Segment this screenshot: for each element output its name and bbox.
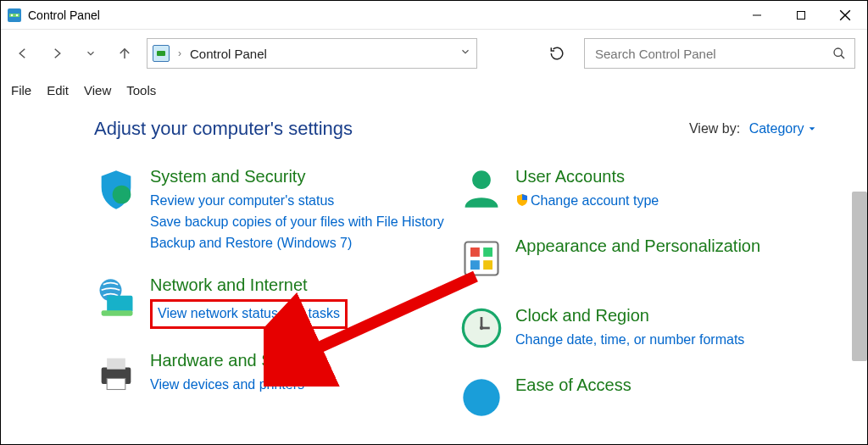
breadcrumb-item[interactable]: Control Panel (190, 47, 267, 61)
shield-icon (94, 165, 138, 253)
category-title[interactable]: Hardware and Sound (150, 349, 451, 371)
control-panel-icon (8, 8, 21, 22)
svg-point-12 (113, 186, 131, 204)
category-title[interactable]: System and Security (150, 165, 451, 187)
close-button[interactable] (823, 1, 867, 30)
printer-icon (94, 349, 138, 398)
menubar: File Edit View Tools (1, 77, 867, 103)
svg-line-10 (841, 55, 844, 58)
svg-rect-5 (798, 11, 805, 19)
scrollbar-thumb[interactable] (852, 192, 867, 361)
svg-rect-21 (470, 248, 480, 257)
svg-rect-15 (102, 311, 133, 317)
link-file-history[interactable]: Save backup copies of your files with Fi… (150, 214, 444, 229)
ease-of-access-icon (459, 374, 504, 423)
svg-point-19 (472, 170, 491, 189)
view-by-label: View by: (689, 121, 740, 136)
link-change-account-type[interactable]: Change account type (531, 193, 659, 208)
svg-point-28 (480, 326, 483, 330)
titlebar: Control Panel (1, 1, 867, 30)
page-title: Adjust your computer's settings (94, 118, 353, 140)
link-devices-printers[interactable]: View devices and printers (150, 377, 304, 392)
category-title[interactable]: Network and Internet (150, 274, 451, 296)
menu-file[interactable]: File (11, 83, 31, 97)
refresh-button[interactable] (542, 38, 572, 69)
category-title[interactable]: Ease of Access (515, 374, 816, 396)
svg-rect-23 (470, 260, 480, 270)
svg-point-9 (834, 48, 842, 56)
category-title[interactable]: User Accounts (515, 165, 816, 187)
breadcrumb-separator-icon: › (175, 47, 185, 59)
menu-tools[interactable]: Tools (126, 83, 156, 97)
search-input[interactable] (593, 46, 832, 62)
category-hardware-sound: Hardware and Sound View devices and prin… (94, 349, 451, 398)
category-ease-of-access: Ease of Access (459, 374, 816, 423)
svg-point-29 (463, 379, 499, 415)
forward-button[interactable] (42, 38, 72, 69)
svg-rect-20 (465, 242, 498, 275)
back-button[interactable] (8, 38, 38, 69)
window: Control Panel › Control Panel File Edit … (0, 0, 868, 445)
svg-rect-17 (107, 359, 125, 370)
svg-rect-14 (107, 296, 132, 313)
svg-point-2 (11, 14, 14, 16)
toolbar: › Control Panel (1, 30, 867, 77)
svg-marker-11 (810, 127, 815, 130)
category-appearance: Appearance and Personalization (459, 235, 816, 284)
search-box[interactable] (584, 38, 855, 69)
recent-dropdown[interactable] (75, 38, 106, 69)
menu-edit[interactable]: Edit (47, 83, 69, 97)
control-panel-path-icon (153, 45, 170, 62)
link-review-status[interactable]: Review your computer's status (150, 193, 334, 208)
content-area: Adjust your computer's settings View by:… (1, 103, 867, 445)
svg-point-3 (16, 14, 19, 16)
network-icon (94, 274, 138, 329)
link-backup-restore[interactable]: Backup and Restore (Windows 7) (150, 236, 352, 250)
svg-rect-18 (107, 379, 125, 390)
address-dropdown[interactable] (459, 46, 471, 61)
user-icon (459, 165, 504, 214)
svg-rect-22 (483, 248, 492, 257)
view-by: View by: Category (689, 121, 816, 136)
clock-icon (459, 304, 504, 353)
menu-view[interactable]: View (84, 83, 111, 97)
address-bar[interactable]: › Control Panel (147, 38, 477, 69)
uac-shield-icon (515, 193, 529, 207)
link-change-date-time[interactable]: Change date, time, or number formats (515, 332, 744, 347)
category-clock-region: Clock and Region Change date, time, or n… (459, 304, 816, 353)
category-user-accounts: User Accounts Change account type (459, 165, 816, 214)
category-title[interactable]: Appearance and Personalization (515, 235, 816, 257)
maximize-button[interactable] (779, 1, 823, 30)
search-icon (832, 47, 846, 60)
appearance-icon (459, 235, 504, 284)
minimize-button[interactable] (735, 1, 779, 30)
view-by-dropdown[interactable]: Category (749, 121, 816, 136)
svg-rect-24 (483, 260, 492, 270)
category-title[interactable]: Clock and Region (515, 304, 816, 326)
category-network-internet: Network and Internet View network status… (94, 274, 451, 329)
window-title: Control Panel (28, 8, 100, 22)
up-button[interactable] (109, 38, 140, 69)
link-network-status[interactable]: View network status and tasks (158, 306, 340, 320)
category-system-security: System and Security Review your computer… (94, 165, 451, 253)
